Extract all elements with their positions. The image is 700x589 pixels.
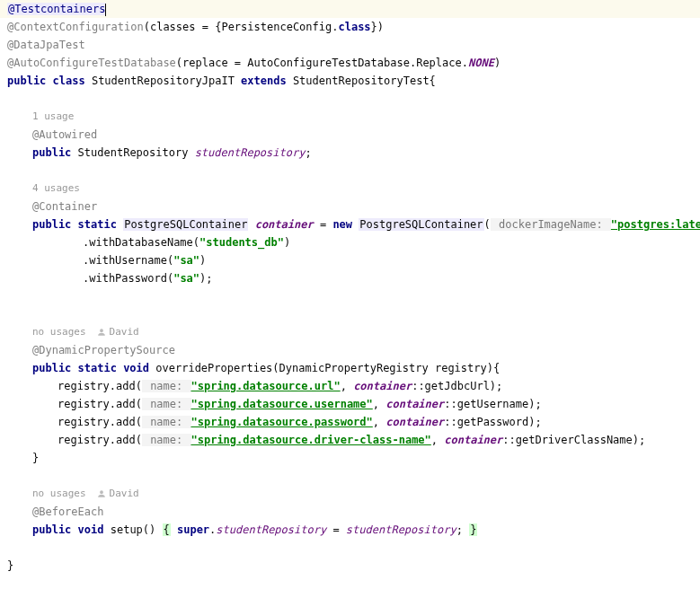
method-sig: (DynamicPropertyRegistry registry){	[272, 362, 500, 374]
usages-count: no usages	[32, 323, 86, 341]
comma: ,	[341, 380, 353, 392]
usages-count: 4 usages	[32, 180, 80, 198]
code-line-14[interactable]: .withPassword("sa");	[0, 269, 700, 287]
annotation-testcontainers: @Testcontainers	[7, 3, 106, 15]
suffix: ::getDriverClassName);	[502, 434, 645, 446]
string-ds-username: "spring.datasource.username"	[191, 398, 373, 410]
code-line-5[interactable]: public class StudentRepositoryJpaIT exte…	[0, 72, 700, 90]
author-name: David	[110, 323, 139, 341]
brace-close: }	[469, 523, 477, 536]
code-line-16[interactable]: @DynamicPropertySource	[0, 341, 700, 359]
string-ds-driver: "spring.datasource.driver-class-name"	[191, 434, 431, 446]
close: );	[199, 272, 212, 285]
kw-public-class: public class	[7, 75, 92, 87]
method-setup: setup()	[111, 523, 163, 536]
ref-container: container	[444, 434, 502, 446]
eq: =	[314, 218, 333, 231]
annotation-dynpropsrc: @DynamicPropertySource	[32, 344, 175, 356]
method-call: .withUsername(	[83, 254, 173, 267]
brace-close-class: }	[7, 559, 13, 572]
code-line-21[interactable]: registry.add( name: "spring.datasource.d…	[0, 431, 700, 449]
text: })	[371, 21, 384, 33]
comma: ,	[373, 398, 385, 410]
text: (replace =	[176, 57, 247, 69]
brace-open: {	[163, 523, 171, 536]
usage-hint-3[interactable]: no usagesDavid	[0, 323, 700, 341]
blank-line[interactable]	[0, 467, 700, 485]
code-line-19[interactable]: registry.add( name: "spring.datasource.u…	[0, 395, 700, 413]
keyword-class: class	[338, 21, 370, 33]
text: (classes = {PersistenceConfig.	[144, 21, 339, 33]
string-ds-password: "spring.datasource.password"	[191, 416, 373, 428]
semicolon: ;	[305, 146, 311, 159]
type-postgrescontainer: PostgreSQLContainer	[123, 218, 248, 231]
class-name: StudentRepositoryJpaIT	[92, 75, 241, 87]
text: )	[494, 57, 501, 69]
call-prefix: registry.add(	[58, 380, 142, 392]
code-line-24[interactable]: @BeforeEach	[0, 503, 700, 521]
usage-hint-2[interactable]: 4 usages	[0, 180, 700, 198]
kw-extends: extends	[241, 75, 293, 87]
ref-container: container	[385, 398, 444, 410]
code-line-17[interactable]: public static void overrideProperties(Dy…	[0, 359, 700, 377]
dot: .	[462, 57, 468, 69]
param-hint-dockerimage: dockerImageName:	[491, 218, 611, 231]
author-hint: David	[97, 323, 139, 341]
code-line-18[interactable]: registry.add( name: "spring.datasource.u…	[0, 377, 700, 395]
author-hint: David	[97, 485, 139, 503]
author-name: David	[110, 485, 139, 503]
kw-publicvoid: public void	[32, 523, 111, 536]
param-hint-name: name:	[142, 416, 191, 428]
usage-hint-1[interactable]: 1 usage	[0, 108, 700, 126]
call-prefix: registry.add(	[58, 416, 142, 428]
annotation-datajpa: @DataJpaTest	[7, 39, 85, 51]
space	[171, 523, 177, 536]
code-line-12[interactable]: .withDatabaseName("students_db")	[0, 233, 700, 251]
ref-container: container	[385, 416, 444, 428]
field-studentrepo-rhs: studentRepository	[346, 523, 456, 536]
person-icon	[97, 489, 106, 498]
code-line-4[interactable]: @AutoConfigureTestDatabase(replace = Aut…	[0, 54, 700, 72]
kw-super: super	[177, 523, 209, 536]
code-line-26[interactable]: }	[0, 557, 700, 575]
code-line-2[interactable]: @ContextConfiguration(classes = {Persist…	[0, 18, 700, 36]
call-prefix: registry.add(	[58, 434, 142, 446]
blank-line[interactable]	[0, 305, 700, 323]
close: )	[284, 236, 290, 249]
blank-line[interactable]	[0, 539, 700, 557]
code-line-1[interactable]: @Testcontainers	[0, 0, 700, 18]
paren-open: (	[484, 218, 491, 231]
usages-count: 1 usage	[32, 108, 74, 126]
person-icon	[97, 328, 106, 337]
call-prefix: registry.add(	[58, 398, 142, 410]
string-password: "sa"	[173, 272, 199, 285]
method-call: .withDatabaseName(	[83, 236, 199, 249]
code-line-3[interactable]: @DataJpaTest	[0, 36, 700, 54]
string-ds-url: "spring.datasource.url"	[191, 380, 341, 392]
kw-public-static: public static	[32, 218, 123, 231]
code-line-8[interactable]: public StudentRepository studentReposito…	[0, 144, 700, 162]
code-line-7[interactable]: @Autowired	[0, 126, 700, 144]
string-dbname: "students_db"	[199, 236, 284, 249]
field-container: container	[255, 218, 314, 231]
comma: ,	[431, 434, 444, 446]
annotation-autoconfig: @AutoConfigureTestDatabase	[7, 57, 176, 69]
blank-line[interactable]	[0, 287, 700, 305]
code-line-11[interactable]: public static PostgreSQLContainer contai…	[0, 215, 700, 233]
code-line-20[interactable]: registry.add( name: "spring.datasource.p…	[0, 413, 700, 431]
usages-count: no usages	[32, 485, 86, 503]
code-line-13[interactable]: .withUsername("sa")	[0, 251, 700, 269]
blank-line[interactable]	[0, 90, 700, 108]
blank-line[interactable]	[0, 162, 700, 180]
const-none: NONE	[468, 57, 494, 69]
code-line-10[interactable]: @Container	[0, 198, 700, 215]
string-postgres-latest: "postgres:latest"	[611, 218, 700, 231]
code-line-25[interactable]: public void setup() { super.studentRepos…	[0, 521, 700, 539]
field-super-studentrepo: studentRepository	[216, 523, 326, 536]
semicolon: ;	[456, 523, 469, 536]
usage-hint-4[interactable]: no usagesDavid	[0, 485, 700, 503]
annotation-contextconfig: @ContextConfiguration	[7, 21, 144, 33]
code-line-22[interactable]: }	[0, 449, 700, 467]
kw-publicstaticvoid: public static void	[32, 362, 155, 374]
annotation-autowired: @Autowired	[32, 128, 97, 141]
